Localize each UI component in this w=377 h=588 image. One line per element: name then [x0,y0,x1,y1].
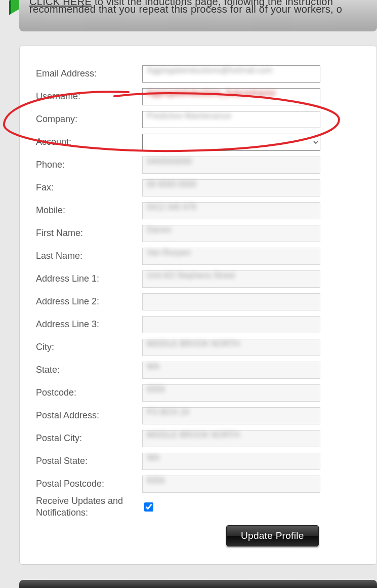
account-select[interactable] [142,134,320,151]
label-ppostcode: Postal Postcode: [36,479,142,489]
footer-bar [19,580,377,588]
postal-postcode-field[interactable]: 6056 [142,476,320,493]
postal-address-field[interactable]: PO BOX 24 [142,407,320,424]
state-field[interactable]: WA [142,362,320,379]
banner-text-2: recommended that you repeat this process… [29,4,367,15]
profile-form: Email Address: Aggregateinductions@hotma… [19,46,377,565]
receive-updates-checkbox[interactable] [144,502,153,512]
label-email: Email Address: [36,68,142,79]
phone-field[interactable]: 0400000000 [142,156,320,174]
label-addr2: Address Line 2: [36,296,142,307]
label-pstate: Postal State: [36,456,142,466]
fax-field[interactable]: 08 9000 0000 [142,179,320,197]
label-first-name: First Name: [36,228,142,239]
addr1-field[interactable]: Unit 6/2 Stephens Street [142,270,320,288]
label-addr3: Address Line 3: [36,319,142,330]
mobile-field[interactable]: 0412 345 678 [142,202,320,219]
label-city: City: [36,342,142,352]
label-account: Account: [36,137,142,147]
first-name-field[interactable]: Darren [142,225,320,242]
info-banner: CLICK HERE to visit the inductions page,… [19,0,377,31]
addr3-field[interactable] [142,316,320,333]
label-company: Company: [36,114,142,125]
label-postcode: Postcode: [36,387,142,398]
label-paddr: Postal Address: [36,410,142,421]
label-pcity: Postal City: [36,433,142,444]
email-field[interactable]: Aggregateinductions@hotmail.com [142,65,320,83]
postal-state-field[interactable]: WA [142,453,320,470]
addr2-field[interactable] [142,293,320,310]
label-mobile: Mobile: [36,205,142,216]
label-phone: Phone: [36,160,142,170]
update-profile-button[interactable]: Update Profile [226,525,319,546]
city-field[interactable]: MIDDLE BROOK NORTH [142,339,320,356]
label-last-name: Last Name: [36,251,142,261]
label-state: State: [36,365,142,375]
label-addr1: Address Line 1: [36,273,142,284]
label-fax: Fax: [36,182,142,193]
company-field[interactable]: Predictive Maintenance [142,111,320,128]
postal-city-field[interactable]: MIDDLE BROOK NORTH [142,430,320,447]
username-field[interactable]: AggregateInductions_Subcontractor [142,88,320,105]
label-receive: Receive Updates and Notifications: [36,495,142,518]
last-name-field[interactable]: Van Rooyen [142,248,320,265]
postcode-field[interactable]: 6056 [142,384,320,402]
label-username: Username: [36,91,142,102]
